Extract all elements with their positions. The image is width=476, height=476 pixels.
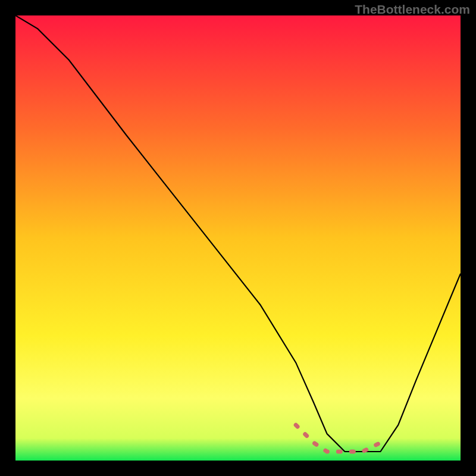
watermark-text: TheBottleneck.com	[355, 2, 470, 17]
gradient-background	[15, 15, 461, 461]
chart-area	[15, 15, 461, 461]
bottleneck-chart	[15, 15, 461, 461]
